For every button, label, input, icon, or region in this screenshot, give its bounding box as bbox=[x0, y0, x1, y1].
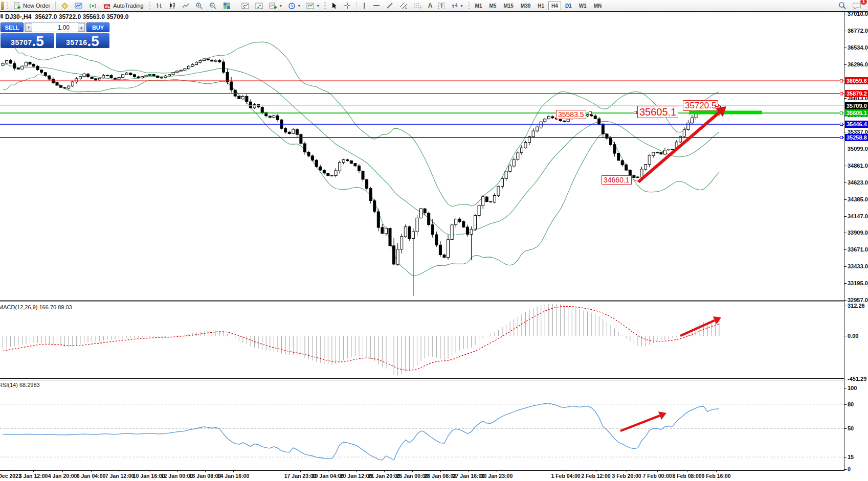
price-axis-badge[interactable]: 35709.0 bbox=[845, 102, 868, 109]
tile-windows-icon bbox=[223, 2, 231, 10]
candle-body bbox=[114, 78, 117, 79]
signals-button[interactable] bbox=[86, 1, 99, 11]
timeframe-h4[interactable]: H4 bbox=[548, 2, 561, 10]
cursor-button[interactable] bbox=[328, 1, 340, 11]
search-button[interactable] bbox=[836, 1, 849, 11]
main-chart[interactable] bbox=[0, 12, 844, 301]
zoom-in-button[interactable] bbox=[193, 1, 206, 11]
add-indicator-dropdown[interactable]: ▾ bbox=[266, 1, 284, 11]
macd-axis-tick: -451.29 bbox=[848, 376, 866, 382]
sell-button[interactable]: SELL bbox=[1, 22, 24, 32]
text-button[interactable]: A bbox=[426, 1, 435, 11]
time-axis-label: 4 Jan 20:00 bbox=[48, 473, 77, 479]
arrows-dropdown[interactable]: ▾ bbox=[449, 1, 465, 11]
price-axis-badge[interactable]: 35446.4 bbox=[845, 121, 868, 128]
price-callout-label[interactable]: 35720.5 bbox=[683, 100, 718, 111]
vertical-line-button[interactable] bbox=[359, 1, 369, 11]
timeframe-m15[interactable]: M15 bbox=[500, 2, 516, 10]
price-axis-tickmark bbox=[844, 64, 847, 65]
price-axis-tickmark bbox=[844, 149, 847, 149]
candle-body bbox=[478, 205, 480, 216]
trendline-button[interactable] bbox=[384, 1, 396, 11]
candle-body bbox=[160, 78, 163, 78]
time-axis-tickmark bbox=[233, 470, 234, 472]
timeframe-m1[interactable]: M1 bbox=[472, 2, 485, 10]
time-axis-label: 3 Jan 12:00 bbox=[19, 473, 48, 479]
horizontal-line-button[interactable] bbox=[370, 1, 383, 11]
price-callout-label[interactable]: 35605.1 bbox=[637, 106, 678, 118]
candle-body bbox=[307, 152, 310, 156]
time-axis-label: 9 Feb 16:00 bbox=[701, 473, 730, 479]
candle-body bbox=[315, 160, 318, 167]
zoom-out-button[interactable] bbox=[207, 1, 219, 11]
rsi-axis-tickmark bbox=[844, 469, 847, 470]
buy-price-panel[interactable]: 35716 .5 bbox=[56, 33, 109, 48]
candle-body bbox=[44, 73, 47, 76]
candle-body bbox=[667, 149, 670, 150]
candle-body bbox=[652, 152, 655, 155]
autotrading-button[interactable]: AutoTrading bbox=[100, 1, 146, 11]
candle-body bbox=[91, 77, 93, 79]
periods-dropdown[interactable]: ▾ bbox=[285, 1, 303, 11]
macd-pane[interactable] bbox=[0, 303, 844, 378]
time-axis[interactable]: Dec 20213 Jan 12:004 Jan 20:006 Jan 04:0… bbox=[0, 471, 844, 481]
candle-body bbox=[660, 152, 662, 154]
price-axis-badge[interactable]: 35605.1 bbox=[845, 109, 868, 117]
volume-decrease-button[interactable]: ▼ bbox=[25, 23, 32, 32]
timeframe-mn[interactable]: MN bbox=[591, 2, 605, 10]
candle-body bbox=[598, 119, 600, 124]
pane-separator[interactable] bbox=[0, 378, 868, 380]
timeframe-h1[interactable]: H1 bbox=[535, 2, 547, 10]
crosshair-button[interactable] bbox=[341, 1, 353, 11]
candle-body bbox=[513, 159, 515, 166]
time-axis-label: 13 Jan 08:00 bbox=[189, 473, 221, 479]
price-callout-label[interactable]: 34660.1 bbox=[602, 175, 632, 185]
time-axis-label: 3 Feb 20:00 bbox=[612, 473, 641, 479]
fibonacci-button[interactable]: F bbox=[411, 1, 425, 11]
depth-window-button[interactable] bbox=[253, 1, 265, 11]
templates-dropdown[interactable]: ▾ bbox=[304, 1, 322, 11]
toolbar-gripper[interactable] bbox=[468, 2, 470, 10]
price-callout-label[interactable]: 35583.5 bbox=[556, 110, 586, 119]
rsi-pane[interactable] bbox=[0, 380, 844, 470]
buy-button[interactable]: BUY bbox=[86, 22, 109, 32]
timeframe-m5[interactable]: M5 bbox=[486, 2, 499, 10]
metaeditor-button[interactable] bbox=[72, 1, 85, 11]
tile-windows-button[interactable] bbox=[220, 1, 233, 11]
volume-input[interactable]: 1.00 bbox=[32, 23, 78, 32]
candle-body bbox=[675, 142, 678, 150]
text-label-button[interactable]: T bbox=[436, 1, 447, 11]
sell-price-panel[interactable]: 35707 .5 bbox=[1, 33, 54, 48]
trading-platform-window: New Order AutoTrading bbox=[0, 0, 868, 481]
indicators-window-button[interactable] bbox=[239, 1, 252, 11]
timeframe-m30[interactable]: M30 bbox=[518, 2, 533, 10]
candle-body bbox=[663, 150, 666, 154]
chat-button[interactable]: 1 bbox=[850, 1, 864, 11]
candle-body bbox=[358, 166, 360, 171]
equidistant-channel-button[interactable]: E bbox=[397, 1, 410, 11]
price-axis-badge[interactable]: 35258.8 bbox=[845, 134, 868, 141]
candle-body bbox=[497, 186, 500, 196]
chart-line-button[interactable] bbox=[180, 1, 192, 11]
candle-body bbox=[447, 240, 450, 258]
price-axis-badge[interactable]: 35879.2 bbox=[845, 90, 868, 97]
candle-body bbox=[366, 179, 368, 189]
time-axis-tickmark bbox=[149, 470, 149, 472]
candle-body bbox=[184, 69, 186, 71]
volume-increase-button[interactable]: ▲ bbox=[78, 23, 85, 32]
timeframe-w1[interactable]: W1 bbox=[576, 2, 590, 10]
publisher-button[interactable] bbox=[58, 1, 71, 11]
price-axis-badge[interactable]: 36059.6 bbox=[845, 77, 868, 84]
candle-body bbox=[520, 148, 523, 153]
toolbar-gripper[interactable] bbox=[324, 2, 326, 10]
new-order-button[interactable]: New Order bbox=[11, 1, 53, 11]
pane-separator[interactable] bbox=[0, 300, 868, 302]
toolbar-gripper[interactable] bbox=[7, 2, 8, 10]
timeframe-d1[interactable]: D1 bbox=[562, 2, 575, 10]
chart-candles-button[interactable] bbox=[166, 1, 179, 11]
candle-body bbox=[323, 170, 325, 173]
candle-body bbox=[633, 175, 635, 177]
toolbar-gripper[interactable] bbox=[149, 2, 150, 10]
chart-bars-button[interactable] bbox=[153, 1, 165, 11]
price-axis[interactable]: 37010.036772.036534.036296.035813.035575… bbox=[844, 12, 868, 471]
